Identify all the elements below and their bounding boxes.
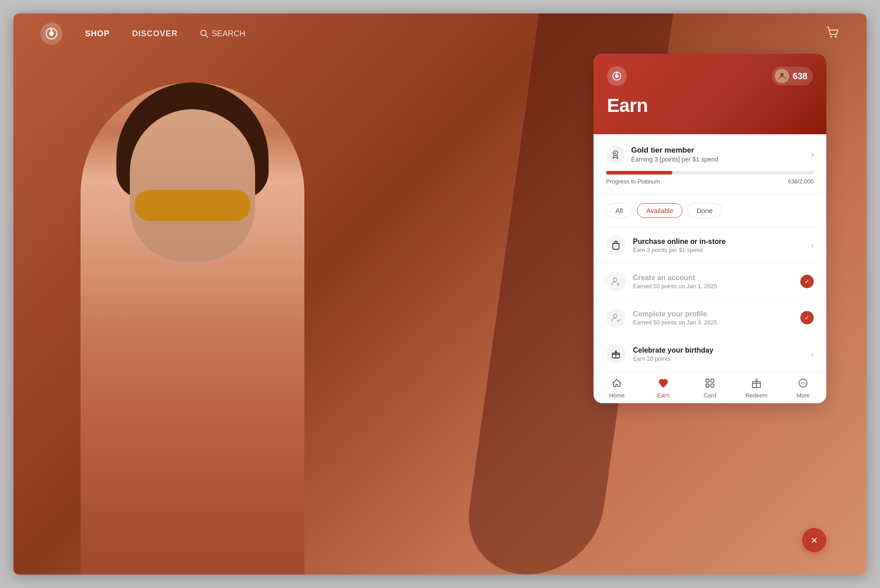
medal-icon xyxy=(610,149,621,160)
earn-item-desc-birthday: Earn 20 points xyxy=(633,355,807,362)
filter-all[interactable]: All xyxy=(606,203,632,218)
earn-item-right-profile: ✓ xyxy=(800,311,814,324)
progress-label: Progress to Platinum xyxy=(606,178,660,185)
svg-point-30 xyxy=(804,383,805,383)
progress-bar-fill xyxy=(606,171,672,175)
earn-item-right-birthday: › xyxy=(811,349,814,359)
earn-item-info-purchase: Purchase online or in-store Earn 3 point… xyxy=(633,238,807,253)
avatar-icon xyxy=(777,72,786,81)
nav-search[interactable]: SEARCH xyxy=(200,29,245,38)
redeem-label: Redeem xyxy=(745,392,767,399)
user-avatar xyxy=(775,69,789,83)
shopping-bag-icon xyxy=(606,235,626,255)
svg-rect-14 xyxy=(613,243,619,249)
cart-icon xyxy=(825,26,840,40)
nav-links: SHOP DISCOVER SEARCH xyxy=(85,29,245,38)
svg-rect-24 xyxy=(711,384,714,387)
progress-value: 638/2,000 xyxy=(788,178,814,185)
earn-item-birthday[interactable]: Celebrate your birthday Earn 20 points › xyxy=(594,336,826,372)
earn-item-title-account: Create an account xyxy=(633,274,796,282)
svg-point-29 xyxy=(803,383,803,383)
top-nav: SHOP DISCOVER SEARCH xyxy=(13,13,867,54)
nav-shop[interactable]: SHOP xyxy=(85,29,110,38)
more-label: More xyxy=(796,392,810,399)
points-number: 638 xyxy=(793,71,807,81)
svg-rect-23 xyxy=(706,384,709,387)
birthday-chevron-icon: › xyxy=(811,349,814,358)
loyalty-widget: 638 Earn xyxy=(594,54,826,403)
earn-list: Purchase online or in-store Earn 3 point… xyxy=(594,227,826,372)
svg-point-18 xyxy=(613,314,617,318)
user-check-svg xyxy=(611,313,621,323)
tier-name: Gold tier member xyxy=(631,146,718,155)
earn-item-info-birthday: Celebrate your birthday Earn 20 points xyxy=(633,346,807,362)
home-icon xyxy=(611,378,622,390)
earn-item-account[interactable]: Create an account Earned 50 points on Ja… xyxy=(594,264,826,300)
svg-point-2 xyxy=(51,29,53,31)
filter-done[interactable]: Done xyxy=(687,203,722,218)
svg-point-6 xyxy=(835,36,837,38)
more-svg xyxy=(798,378,808,388)
svg-line-4 xyxy=(205,35,208,37)
bottom-nav-earn[interactable]: Earn xyxy=(640,372,687,403)
brand-logo[interactable] xyxy=(40,22,63,45)
svg-point-5 xyxy=(830,36,832,38)
close-button[interactable]: × xyxy=(802,528,826,552)
points-badge[interactable]: 638 xyxy=(772,67,813,85)
gift-icon xyxy=(606,344,626,364)
earn-item-right-purchase: › xyxy=(811,241,814,250)
search-icon xyxy=(200,30,208,38)
widget-header: 638 Earn xyxy=(594,54,826,134)
heart-svg xyxy=(658,378,669,388)
svg-rect-21 xyxy=(706,379,709,382)
tier-desc: Earning 3 [points] per $1 spend xyxy=(631,156,718,163)
person-silhouette xyxy=(81,82,304,575)
hero-image xyxy=(40,13,345,575)
user-add-svg xyxy=(611,277,621,286)
bottom-nav-redeem[interactable]: Redeem xyxy=(733,372,780,403)
tier-icon xyxy=(606,145,625,164)
svg-point-15 xyxy=(613,278,617,281)
nav-discover[interactable]: DISCOVER xyxy=(132,29,178,38)
bag-svg xyxy=(611,240,621,250)
svg-point-9 xyxy=(616,72,618,74)
logo-icon xyxy=(45,27,58,40)
profile-check-icon: ✓ xyxy=(800,311,814,324)
bottom-nav-home[interactable]: Home xyxy=(594,372,640,403)
filter-tabs: All Available Done xyxy=(594,194,826,227)
grid-svg xyxy=(705,378,715,388)
tier-section: Gold tier member Earning 3 [points] per … xyxy=(594,134,826,194)
person-glasses xyxy=(134,190,251,221)
tier-chevron-icon: › xyxy=(811,150,814,159)
bottom-nav-card[interactable]: Card xyxy=(687,372,733,403)
earn-item-purchase[interactable]: Purchase online or in-store Earn 3 point… xyxy=(594,227,826,264)
account-check-icon: ✓ xyxy=(800,275,814,288)
earn-heart-icon xyxy=(658,378,669,390)
redeem-gift-icon xyxy=(751,378,762,390)
home-svg xyxy=(611,378,622,388)
earn-item-desc-profile: Earned 50 points on Jan 3, 2025 xyxy=(633,319,796,326)
svg-rect-22 xyxy=(711,379,714,382)
tier-info: Gold tier member Earning 3 [points] per … xyxy=(631,146,718,163)
earn-label: Earn xyxy=(657,392,669,399)
user-add-icon xyxy=(606,272,626,291)
filter-available[interactable]: Available xyxy=(637,203,683,218)
bottom-nav-more[interactable]: More xyxy=(780,372,826,403)
more-dots-icon xyxy=(798,378,808,390)
earn-item-info-account: Create an account Earned 50 points on Ja… xyxy=(633,274,796,290)
widget-body: Gold tier member Earning 3 [points] per … xyxy=(594,134,826,403)
earn-item-title-purchase: Purchase online or in-store xyxy=(633,238,807,246)
earn-item-desc-account: Earned 50 points on Jan 1, 2025 xyxy=(633,283,796,290)
tier-row[interactable]: Gold tier member Earning 3 [points] per … xyxy=(606,145,814,164)
bottom-nav: Home Earn xyxy=(594,372,826,403)
widget-logo-icon xyxy=(611,71,622,81)
browser-window: SHOP DISCOVER SEARCH xyxy=(13,13,867,575)
tier-left: Gold tier member Earning 3 [points] per … xyxy=(606,145,718,164)
card-grid-icon xyxy=(705,378,715,390)
earn-item-profile[interactable]: Complete your profile Earned 50 points o… xyxy=(594,300,826,336)
cart-button[interactable] xyxy=(825,26,840,42)
card-label: Card xyxy=(704,392,716,399)
svg-point-1 xyxy=(49,31,54,36)
gift-svg xyxy=(611,349,621,359)
progress-labels: Progress to Platinum 638/2,000 xyxy=(606,178,814,185)
